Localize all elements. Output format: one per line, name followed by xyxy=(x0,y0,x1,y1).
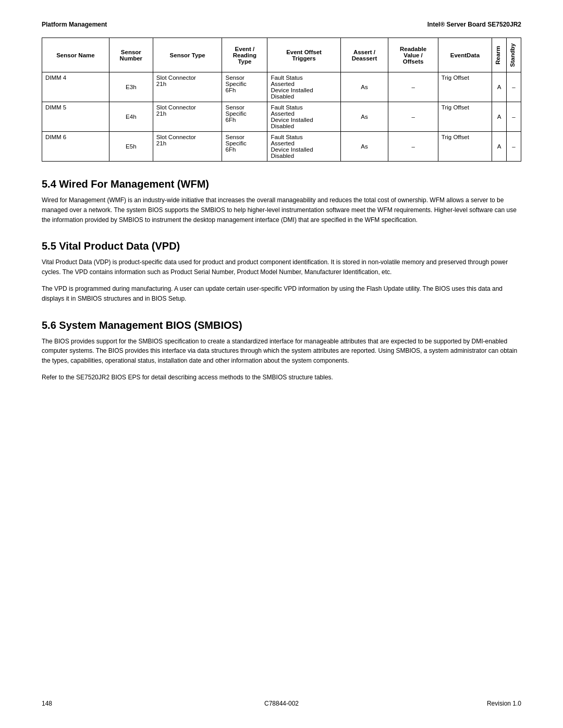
cell-sensor-name: DIMM 5 xyxy=(42,102,109,132)
footer-revision: Revision 1.0 xyxy=(487,700,521,707)
table-row: DIMM 6E5hSlot Connector21hSensorSpecific… xyxy=(42,132,521,162)
page-footer: 148 C78844-002 Revision 1.0 xyxy=(42,700,521,707)
sensor-table: Sensor Name SensorNumber Sensor Type Eve… xyxy=(42,38,521,162)
cell-sensor-type: Slot Connector21h xyxy=(153,102,222,132)
section-heading-wfm: 5.4 Wired For Management (WFM) xyxy=(42,178,521,190)
section-paragraph-wfm-0: Wired for Management (WMF) is an industr… xyxy=(42,195,521,225)
cell-assert-deassert: As xyxy=(340,102,388,132)
section-heading-smbios: 5.6 System Management BIOS (SMBIOS) xyxy=(42,319,521,331)
cell-rearm: A xyxy=(492,132,507,162)
header-right: Intel® Server Board SE7520JR2 xyxy=(427,21,521,28)
cell-assert-deassert: As xyxy=(340,72,388,102)
section-smbios: 5.6 System Management BIOS (SMBIOS)The B… xyxy=(42,319,521,382)
header-left: Platform Management xyxy=(42,21,107,28)
section-paragraph-vpd-0: Vital Product Data (VDP) is product-spec… xyxy=(42,257,521,277)
col-sensor-type: Sensor Type xyxy=(153,38,222,72)
cell-standby: – xyxy=(507,102,521,132)
cell-event-offset-triggers: Fault StatusAssertedDevice InstalledDisa… xyxy=(267,102,340,132)
cell-eventdata: Trig Offset xyxy=(438,132,492,162)
cell-sensor-number: E5h xyxy=(109,132,153,162)
cell-sensor-number: E3h xyxy=(109,72,153,102)
col-sensor-name: Sensor Name xyxy=(42,38,109,72)
footer-document-id: C78844-002 xyxy=(264,700,299,707)
section-paragraph-smbios-0: The BIOS provides support for the SMBIOS… xyxy=(42,337,521,366)
col-rearm: Rearm xyxy=(492,38,507,72)
cell-sensor-type: Slot Connector21h xyxy=(153,72,222,102)
cell-eventdata: Trig Offset xyxy=(438,72,492,102)
col-event-reading-type: Event /ReadingType xyxy=(222,38,267,72)
page-header: Platform Management Intel® Server Board … xyxy=(42,21,521,28)
cell-event-reading-type: SensorSpecific6Fh xyxy=(222,132,267,162)
cell-assert-deassert: As xyxy=(340,132,388,162)
col-event-offset-triggers: Event OffsetTriggers xyxy=(267,38,340,72)
cell-event-offset-triggers: Fault StatusAssertedDevice InstalledDisa… xyxy=(267,132,340,162)
cell-event-offset-triggers: Fault StatusAssertedDevice InstalledDisa… xyxy=(267,72,340,102)
cell-sensor-name: DIMM 6 xyxy=(42,132,109,162)
cell-standby: – xyxy=(507,132,521,162)
cell-event-reading-type: SensorSpecific6Fh xyxy=(222,72,267,102)
section-wfm: 5.4 Wired For Management (WFM)Wired for … xyxy=(42,178,521,225)
cell-readable-value: – xyxy=(388,72,438,102)
cell-sensor-type: Slot Connector21h xyxy=(153,132,222,162)
section-paragraph-smbios-1: Refer to the SE7520JR2 BIOS EPS for deta… xyxy=(42,373,521,382)
table-row: DIMM 5E4hSlot Connector21hSensorSpecific… xyxy=(42,102,521,132)
section-vpd: 5.5 Vital Product Data (VPD)Vital Produc… xyxy=(42,240,521,303)
col-standby: Standby xyxy=(507,38,521,72)
section-paragraph-vpd-1: The VPD is programmed during manufacturi… xyxy=(42,284,521,303)
cell-rearm: A xyxy=(492,102,507,132)
cell-eventdata: Trig Offset xyxy=(438,102,492,132)
cell-sensor-name: DIMM 4 xyxy=(42,72,109,102)
cell-readable-value: – xyxy=(388,132,438,162)
cell-readable-value: – xyxy=(388,102,438,132)
table-row: DIMM 4E3hSlot Connector21hSensorSpecific… xyxy=(42,72,521,102)
col-assert-deassert: Assert /Deassert xyxy=(340,38,388,72)
footer-page-number: 148 xyxy=(42,700,52,707)
cell-standby: – xyxy=(507,72,521,102)
col-readable-value: ReadableValue /Offsets xyxy=(388,38,438,72)
col-sensor-number: SensorNumber xyxy=(109,38,153,72)
cell-rearm: A xyxy=(492,72,507,102)
col-eventdata: EventData xyxy=(438,38,492,72)
cell-sensor-number: E4h xyxy=(109,102,153,132)
cell-event-reading-type: SensorSpecific6Fh xyxy=(222,102,267,132)
section-heading-vpd: 5.5 Vital Product Data (VPD) xyxy=(42,240,521,252)
